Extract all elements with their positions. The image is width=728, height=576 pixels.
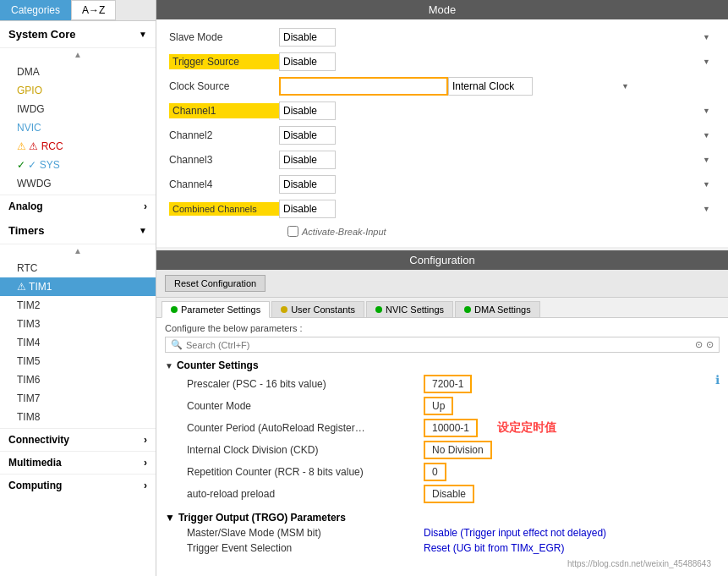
combined-channels-select[interactable]: Disable (279, 200, 336, 218)
user-constants-label: User Constants (291, 304, 355, 315)
annotation-text: 设定定时值 (497, 420, 556, 434)
trigger-source-row: Trigger Source Disable (169, 51, 715, 73)
sidebar-item-iwdg[interactable]: IWDG (0, 100, 156, 118)
counter-settings-label: Counter Settings (177, 359, 259, 371)
internal-clock-label: Internal Clock Division (CKD) (182, 439, 419, 461)
counter-period-label: Counter Period (AutoReload Register… (182, 417, 419, 439)
trigger-event-value: Reset (UG bit from TIMx_EGR) (419, 540, 728, 556)
sidebar-item-gpio[interactable]: GPIO (0, 81, 156, 100)
user-constants-dot (281, 306, 287, 313)
repetition-value: 0 (424, 463, 446, 481)
channel1-select[interactable]: Disable (279, 101, 336, 120)
prescaler-row: Prescaler (PSC - 16 bits value) 7200-1 (182, 373, 715, 395)
channel4-select[interactable]: Disable (279, 175, 336, 194)
tab-categories[interactable]: Categories (0, 0, 71, 20)
slave-mode-label: Slave Mode (169, 31, 279, 43)
system-core-items: DMA GPIO IWDG NVIC ⚠ RCC ✓ SYS WWDG (0, 61, 156, 195)
trgo-header[interactable]: ▼ Trigger Output (TRGO) Parameters (165, 510, 720, 525)
channel1-select-wrapper: Disable (279, 101, 715, 120)
trigger-event-label: Trigger Event Selection (182, 540, 419, 556)
sidebar-item-wwdg[interactable]: WWDG (0, 174, 156, 193)
prescaler-label: Prescaler (PSC - 16 bits value) (182, 373, 419, 395)
config-title: Configuration (409, 254, 474, 266)
timers-header[interactable]: Timers ▼ (0, 217, 156, 244)
mode-section-header: Mode (156, 0, 728, 19)
channel3-row: Channel3 Disable (169, 149, 715, 171)
repetition-row: Repetition Counter (RCR - 8 bits value) … (182, 461, 715, 483)
slave-mode-row: Slave Mode Disable (169, 26, 715, 48)
computing-label: Computing (8, 480, 62, 491)
config-body: Configure the below parameters : 🔍 ⊙ ⊙ ▼… (156, 318, 728, 576)
activate-break-label: Activate-Break-Input (302, 227, 386, 237)
clock-source-row: Clock Source Internal Clock Internal Clo… (169, 75, 715, 97)
channel2-row: Channel2 Disable (169, 124, 715, 146)
tab-az[interactable]: A→Z (71, 0, 116, 20)
counter-settings-header[interactable]: ▼ Counter Settings (165, 358, 720, 373)
multimedia-label: Multimedia (8, 457, 62, 469)
combined-channels-label: Combined Channels (169, 202, 279, 216)
internal-clock-row: Internal Clock Division (CKD) No Divisio… (182, 439, 715, 461)
watermark: https://blog.csdn.net/weixin_45488643 (165, 556, 720, 572)
computing-arrow: › (144, 480, 147, 491)
config-tabs: Parameter Settings User Constants NVIC S… (156, 298, 728, 318)
tab-parameter-settings[interactable]: Parameter Settings (161, 301, 270, 318)
nvic-settings-label: NVIC Settings (386, 304, 444, 315)
counter-settings-arrow: ▼ (165, 361, 173, 370)
channel1-row: Channel1 Disable (169, 100, 715, 122)
sidebar-item-rtc[interactable]: RTC (0, 259, 156, 277)
slave-mode-select[interactable]: Disable (279, 28, 336, 47)
channel3-select[interactable]: Disable (279, 151, 336, 169)
channel3-select-wrapper: Disable (279, 151, 715, 169)
trigger-source-select[interactable]: Disable (279, 52, 336, 71)
channel2-select[interactable]: Disable (279, 126, 336, 145)
sidebar-item-rcc[interactable]: ⚠ RCC (0, 137, 156, 156)
search-bar: 🔍 ⊙ ⊙ (165, 337, 720, 353)
sidebar-item-tim2[interactable]: TIM2 (0, 296, 156, 315)
sidebar-item-tim8[interactable]: TIM8 (0, 408, 156, 426)
sidebar-item-tim3[interactable]: TIM3 (0, 315, 156, 333)
clock-source-select[interactable]: Internal Clock (448, 77, 533, 96)
analog-header[interactable]: Analog › (0, 195, 156, 217)
clock-source-input[interactable]: Internal Clock (279, 77, 448, 96)
counter-settings-content: Prescaler (PSC - 16 bits value) 7200-1 C… (165, 373, 720, 505)
tab-dma-settings[interactable]: DMA Settings (455, 301, 540, 317)
slave-mode-select-wrapper: Disable (279, 28, 715, 47)
activate-break-checkbox[interactable] (287, 226, 298, 237)
computing-header[interactable]: Computing › (0, 474, 156, 496)
sidebar-item-dma[interactable]: DMA (0, 63, 156, 81)
search-input[interactable] (186, 340, 692, 350)
search-next[interactable]: ⊙ (706, 339, 714, 350)
trgo-arrow: ▼ (165, 512, 175, 524)
analog-label: Analog (8, 200, 43, 212)
timers-label: Timers (8, 224, 44, 237)
reset-config-button[interactable]: Reset Configuration (165, 275, 265, 292)
nvic-settings-dot (375, 306, 382, 313)
tab-user-constants[interactable]: User Constants (271, 301, 364, 317)
activate-break-row: Activate-Break-Input (169, 222, 715, 240)
sidebar-item-tim4[interactable]: TIM4 (0, 333, 156, 352)
sidebar-item-tim5[interactable]: TIM5 (0, 352, 156, 370)
sidebar-item-tim1[interactable]: ⚠ TIM1 (0, 277, 156, 296)
sidebar-item-nvic[interactable]: NVIC (0, 118, 156, 137)
trgo-label: Trigger Output (TRGO) Parameters (178, 512, 346, 524)
system-core-header[interactable]: System Core ▼ (0, 21, 156, 48)
info-icon[interactable]: ℹ (715, 373, 720, 387)
search-prev[interactable]: ⊙ (695, 339, 703, 350)
channel2-label: Channel2 (169, 129, 279, 141)
mode-section: Slave Mode Disable Trigger Source Disabl… (156, 19, 728, 247)
dma-settings-label: DMA Settings (474, 304, 531, 315)
channel4-row: Channel4 Disable (169, 173, 715, 195)
counter-period-row: Counter Period (AutoReload Register… 100… (182, 417, 715, 439)
sidebar-item-tim6[interactable]: TIM6 (0, 370, 156, 389)
connectivity-header[interactable]: Connectivity › (0, 428, 156, 451)
counter-period-value: 10000-1 (424, 419, 478, 437)
config-section-header: Configuration (156, 250, 728, 270)
master-slave-value: Disable (Trigger input effect not delaye… (419, 525, 728, 540)
tab-nvic-settings[interactable]: NVIC Settings (366, 301, 453, 317)
sidebar-item-tim7[interactable]: TIM7 (0, 389, 156, 408)
master-slave-row: Master/Slave Mode (MSM bit) Disable (Tri… (182, 525, 728, 540)
combined-channels-select-wrapper: Disable (279, 200, 715, 218)
sidebar-item-sys[interactable]: ✓ SYS (0, 156, 156, 174)
clock-source-label: Clock Source (169, 80, 279, 92)
multimedia-header[interactable]: Multimedia › (0, 451, 156, 474)
